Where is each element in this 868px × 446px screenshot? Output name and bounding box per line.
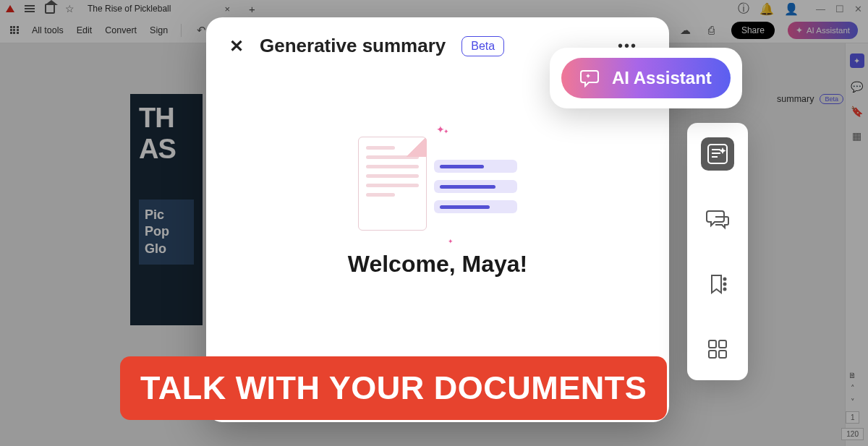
doc-heading-line1: TH	[139, 103, 194, 134]
doc-band-1: Pic	[145, 207, 188, 223]
rail-summary-icon[interactable]	[701, 137, 734, 171]
print-icon[interactable]: ⎙	[705, 24, 718, 37]
welcome-heading: Welcome, Maya!	[348, 251, 527, 278]
sign-button[interactable]: Sign	[150, 25, 168, 35]
page-up-icon[interactable]: ˄	[851, 384, 855, 393]
rail-thumbnails-icon[interactable]	[701, 333, 734, 366]
share-button[interactable]: Share	[731, 22, 775, 39]
ai-assistant-callout: AI Assistant	[550, 48, 742, 108]
sparkle-icon: ✦	[443, 128, 449, 135]
beta-badge: Beta	[461, 36, 504, 56]
doc-band-3: Glo	[145, 241, 188, 257]
promo-banner: TALK WITH YOUR DOCUMENTS	[120, 356, 667, 420]
close-icon[interactable]: ✕	[229, 36, 244, 56]
titlebar: ☆ The Rise of Pickleball × + ⓘ 🔔 👤 — ☐ ✕	[0, 0, 868, 17]
chat-sparkle-icon	[580, 69, 602, 87]
new-tab-icon[interactable]: +	[249, 3, 255, 15]
rail-chat-icon[interactable]	[701, 202, 734, 236]
cloud-icon[interactable]: ☁	[679, 24, 692, 37]
svg-point-1	[724, 278, 726, 280]
summary-strip: summary Beta	[777, 94, 843, 104]
app-logo-icon	[6, 5, 14, 12]
beta-badge: Beta	[820, 94, 843, 104]
avatar-icon[interactable]: 👤	[784, 2, 799, 16]
doc-icon[interactable]: 🗎	[848, 371, 856, 379]
sidebar-bookmark-icon[interactable]: 🔖	[851, 106, 863, 117]
sidebar-chat-icon[interactable]: 💬	[851, 81, 863, 93]
svg-rect-7	[719, 351, 726, 358]
summary-card-icon	[434, 160, 517, 220]
ai-assistant-label: AI Assistant	[612, 68, 712, 88]
convert-button[interactable]: Convert	[105, 25, 137, 35]
window-maximize-icon[interactable]: ☐	[835, 4, 844, 14]
svg-point-2	[724, 283, 726, 286]
page-number-input[interactable]: 1	[846, 411, 860, 424]
tab-title[interactable]: The Rise of Pickleball	[88, 4, 171, 14]
quick-tools-rail	[687, 123, 748, 380]
doc-band-2: Pop	[145, 223, 188, 240]
apps-grid-icon[interactable]	[10, 26, 19, 35]
zoom-level[interactable]: 120	[841, 428, 864, 440]
rail-bookmark-icon[interactable]	[701, 267, 734, 301]
summary-label: summary	[777, 94, 814, 104]
sidebar-grid-icon[interactable]: ▦	[852, 130, 861, 142]
ai-assistant-button[interactable]: AI Assistant	[561, 58, 731, 98]
ai-assistant-toolbar-button[interactable]: ✦AI Assistant	[788, 22, 858, 39]
edit-button[interactable]: Edit	[77, 25, 93, 35]
svg-rect-6	[709, 351, 716, 358]
window-close-icon[interactable]: ✕	[854, 4, 862, 14]
sidebar-ai-icon[interactable]: ✦	[850, 53, 864, 68]
help-icon[interactable]: ⓘ	[738, 1, 749, 17]
svg-point-3	[724, 288, 726, 291]
home-icon[interactable]	[45, 4, 55, 14]
doc-heading-line2: AS	[139, 134, 194, 165]
page-down-icon[interactable]: ˅	[851, 398, 855, 407]
bell-icon[interactable]: 🔔	[760, 2, 774, 16]
panel-title: Generative summary	[260, 35, 446, 57]
menu-icon[interactable]	[25, 5, 35, 12]
svg-rect-4	[709, 340, 716, 348]
ai-assistant-label: AI Assistant	[807, 26, 850, 35]
sparkle-icon: ✦	[448, 238, 454, 245]
summary-illustration: ✦ ✦ ✦	[358, 137, 517, 231]
page-card-icon	[358, 137, 427, 231]
svg-rect-5	[719, 340, 726, 348]
sparkle-icon: ✦	[796, 25, 803, 35]
window-minimize-icon[interactable]: —	[816, 4, 825, 14]
star-icon[interactable]: ☆	[65, 3, 75, 14]
page-controls: 🗎 ˄ ˅ 1 120	[841, 371, 864, 440]
separator	[181, 24, 182, 37]
tab-close-icon[interactable]: ×	[224, 4, 230, 14]
all-tools-button[interactable]: All tools	[32, 25, 64, 35]
